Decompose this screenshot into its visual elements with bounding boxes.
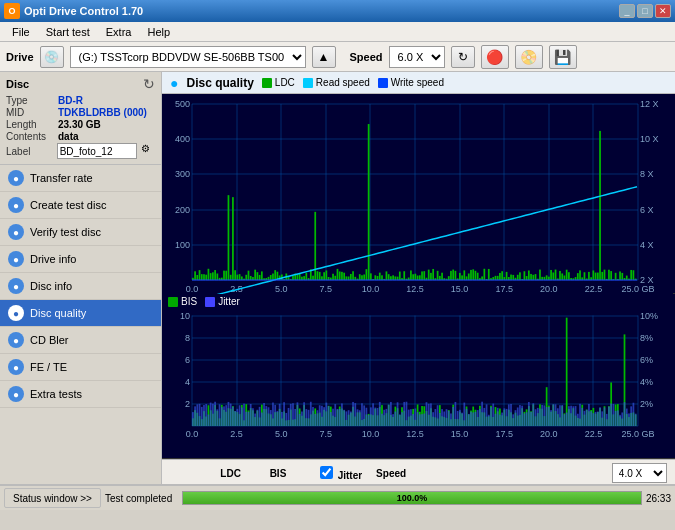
bottom-chart-container xyxy=(162,309,675,459)
erase-button[interactable]: 🔴 xyxy=(481,45,509,69)
status-text: Test completed xyxy=(105,493,172,504)
top-chart-container xyxy=(162,94,675,294)
nav-label-disc-quality: Disc quality xyxy=(30,307,86,319)
nav-icon-drive-info: ● xyxy=(8,251,24,267)
menu-bar: File Start test Extra Help xyxy=(0,22,675,42)
stats-table: LDC BIS Jitter Speed Avg 4.27 0.07 -0.1%… xyxy=(170,463,414,484)
status-bar: Status window >> Test completed 100.0% 2… xyxy=(0,484,675,510)
nav-item-disc-info[interactable]: ●Disc info xyxy=(0,273,161,300)
legend-read-speed-label: Read speed xyxy=(316,77,370,88)
type-value: BD-R xyxy=(58,95,83,106)
app-icon: O xyxy=(4,3,20,19)
position-value: 23856 MB xyxy=(476,484,522,485)
nav-item-disc-quality[interactable]: ●Disc quality xyxy=(0,300,161,327)
right-content: ● Disc quality LDC Read speed Write spee… xyxy=(162,72,675,484)
legend-write-speed: Write speed xyxy=(378,77,444,88)
nav-icon-verify-test-disc: ● xyxy=(8,224,24,240)
nav-icon-fe-te: ● xyxy=(8,359,24,375)
menu-file[interactable]: File xyxy=(4,24,38,40)
nav-label-transfer-rate: Transfer rate xyxy=(30,172,93,184)
drive-label: Drive xyxy=(6,51,34,63)
menu-start-test[interactable]: Start test xyxy=(38,24,98,40)
speed-label: Speed xyxy=(350,51,383,63)
position-label: Position xyxy=(434,484,470,485)
col-speed: Speed xyxy=(370,465,412,482)
eject-button[interactable]: ▲ xyxy=(312,46,336,68)
menu-extra[interactable]: Extra xyxy=(98,24,140,40)
sidebar: Disc ↻ Type BD-R MID TDKBLDRBB (000) Len… xyxy=(0,72,162,484)
bottom-chart xyxy=(162,309,673,439)
legend-ldc: LDC xyxy=(262,77,295,88)
col-bis: BIS xyxy=(258,465,298,482)
position-row: Position 23856 MB xyxy=(434,484,522,485)
nav-icon-transfer-rate: ● xyxy=(8,170,24,186)
legend-jitter-label: Jitter xyxy=(218,296,240,307)
nav-icon-create-test-disc: ● xyxy=(8,197,24,213)
maximize-button[interactable]: □ xyxy=(637,4,653,18)
burn-button[interactable]: 📀 xyxy=(515,45,543,69)
length-value: 23.30 GB xyxy=(58,119,101,130)
nav-item-transfer-rate[interactable]: ●Transfer rate xyxy=(0,165,161,192)
progress-bar: 100.0% xyxy=(182,491,642,505)
mid-label: MID xyxy=(6,107,58,118)
minimize-button[interactable]: _ xyxy=(619,4,635,18)
nav-label-verify-test-disc: Verify test disc xyxy=(30,226,101,238)
nav-label-extra-tests: Extra tests xyxy=(30,388,82,400)
nav-icon-disc-quality: ● xyxy=(8,305,24,321)
mid-value: TDKBLDRBB (000) xyxy=(58,107,147,118)
col-jitter: Jitter xyxy=(314,465,368,482)
nav-menu: ●Transfer rate●Create test disc●Verify t… xyxy=(0,165,161,408)
contents-value: data xyxy=(58,131,79,142)
nav-label-disc-info: Disc info xyxy=(30,280,72,292)
legend-ldc-label: LDC xyxy=(275,77,295,88)
legend-read-speed: Read speed xyxy=(303,77,370,88)
drive-icon: 💿 xyxy=(40,46,64,68)
nav-item-drive-info[interactable]: ●Drive info xyxy=(0,246,161,273)
disc-refresh-button[interactable]: ↻ xyxy=(143,76,155,92)
main-content: Disc ↻ Type BD-R MID TDKBLDRBB (000) Len… xyxy=(0,72,675,484)
nav-item-extra-tests[interactable]: ●Extra tests xyxy=(0,381,161,408)
disc-title: Disc xyxy=(6,78,29,90)
disc-panel: Disc ↻ Type BD-R MID TDKBLDRBB (000) Len… xyxy=(0,72,161,165)
legend-bis: BIS xyxy=(168,296,197,307)
legend-bis-label: BIS xyxy=(181,296,197,307)
jitter-checkbox[interactable] xyxy=(320,466,333,479)
close-button[interactable]: ✕ xyxy=(655,4,671,18)
nav-item-cd-bler[interactable]: ●CD Bler xyxy=(0,327,161,354)
legend-write-speed-label: Write speed xyxy=(391,77,444,88)
label-input[interactable] xyxy=(57,143,137,159)
chart-header: ● Disc quality LDC Read speed Write spee… xyxy=(162,72,675,94)
nav-label-fe-te: FE / TE xyxy=(30,361,67,373)
label-icon-button[interactable]: ⚙ xyxy=(141,143,155,159)
test-speed-select[interactable]: 4.0 X xyxy=(612,463,667,483)
title-bar-left: O Opti Drive Control 1.70 xyxy=(4,3,143,19)
action-buttons: 4.0 X Start full Start part xyxy=(612,463,667,484)
stats-area: LDC BIS Jitter Speed Avg 4.27 0.07 -0.1%… xyxy=(162,459,675,484)
nav-icon-disc-info: ● xyxy=(8,278,24,294)
progress-label: 100.0% xyxy=(397,493,428,503)
nav-item-verify-test-disc[interactable]: ●Verify test disc xyxy=(0,219,161,246)
menu-help[interactable]: Help xyxy=(139,24,178,40)
top-chart xyxy=(162,94,673,294)
status-window-button[interactable]: Status window >> xyxy=(4,488,101,508)
window-controls: _ □ ✕ xyxy=(619,4,671,18)
nav-label-drive-info: Drive info xyxy=(30,253,76,265)
nav-item-create-test-disc[interactable]: ●Create test disc xyxy=(0,192,161,219)
nav-label-create-test-disc: Create test disc xyxy=(30,199,106,211)
time-label: 26:33 xyxy=(646,493,671,504)
length-label: Length xyxy=(6,119,58,130)
position-info: Position 23856 MB Samples 381397 xyxy=(434,484,522,485)
legend-jitter: Jitter xyxy=(205,296,240,307)
chart-title: Disc quality xyxy=(186,76,253,90)
speed-select[interactable]: 6.0 X xyxy=(389,46,445,68)
save-button[interactable]: 💾 xyxy=(549,45,577,69)
refresh-button[interactable]: ↻ xyxy=(451,46,475,68)
nav-item-fe-te[interactable]: ●FE / TE xyxy=(0,354,161,381)
nav-icon-cd-bler: ● xyxy=(8,332,24,348)
drive-select[interactable]: (G:) TSSTcorp BDDVDW SE-506BB TS00 xyxy=(70,46,306,68)
col-ldc: LDC xyxy=(205,465,256,482)
drive-bar: Drive 💿 (G:) TSSTcorp BDDVDW SE-506BB TS… xyxy=(0,42,675,72)
title-bar: O Opti Drive Control 1.70 _ □ ✕ xyxy=(0,0,675,22)
nav-label-cd-bler: CD Bler xyxy=(30,334,69,346)
app-title: Opti Drive Control 1.70 xyxy=(24,5,143,17)
